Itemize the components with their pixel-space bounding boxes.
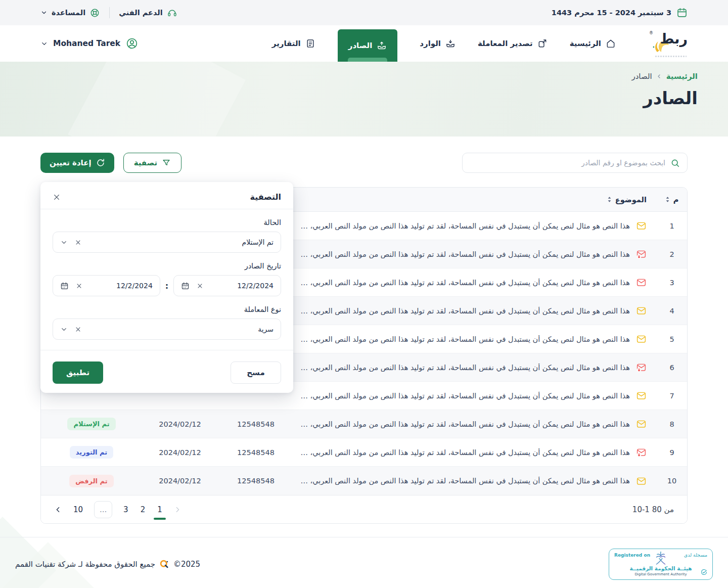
row-subject-cell: هذا النص هو مثال لنص يمكن أن يستبدل في ن… [294, 277, 657, 288]
pagination-page-2[interactable]: 2 [140, 503, 147, 516]
row-subject-cell: هذا النص هو مثال لنص يمكن أن يستبدل في ن… [294, 220, 657, 231]
row-subject-cell: هذا النص هو مثال لنص يمكن أن يستبدل في ن… [294, 476, 657, 486]
page-hero: الرئيسية الصادر الصادر [0, 62, 728, 137]
status-badge: تم التوريد [70, 446, 113, 459]
nav-items: الرئيسية تصدير المعاملة الوارد الصادر [272, 25, 616, 62]
table-row[interactable]: 10 هذا النص هو مثال لنص يمكن أن يستبدل ف… [41, 467, 687, 495]
reset-button-label: إعادة تعيين [50, 158, 92, 167]
lifebuoy-icon [89, 8, 100, 18]
date-filter-label: تاريخ الصادر [53, 262, 281, 270]
row-subject: هذا النص هو مثال لنص يمكن أن يستبدل في ن… [299, 222, 630, 230]
clear-x-icon[interactable] [76, 283, 82, 289]
close-icon[interactable] [53, 193, 61, 201]
row-subject: هذا النص هو مثال لنص يمكن أن يستبدل في ن… [299, 307, 630, 315]
clear-x-icon[interactable] [75, 326, 81, 333]
filter-popup-header: التصفية [53, 192, 281, 209]
date-to-input[interactable]: 12/2/2024 [53, 275, 160, 296]
table-row[interactable]: 8 هذا النص هو مثال لنص يمكن أن يستبدل في… [41, 410, 687, 438]
copyright: جميع الحقوق محفوظة لـ شركة تقنيات القمم … [15, 559, 200, 569]
filter-button[interactable]: تصفية [123, 153, 181, 173]
chevron-down-icon [40, 40, 48, 48]
funnel-icon [162, 158, 171, 167]
row-serial: 12548548 [218, 477, 294, 485]
registered-on-label: Registered on [614, 553, 650, 558]
copyright-text: جميع الحقوق محفوظة لـ شركة تقنيات القمم [15, 560, 155, 569]
row-subject: هذا النص هو مثال لنص يمكن أن يستبدل في ن… [299, 448, 630, 457]
pagination-next-icon[interactable] [173, 506, 181, 514]
status-select-value: تم الإستلام [242, 238, 274, 246]
nav-item-inbox[interactable]: الوارد [420, 25, 456, 62]
brand-logo[interactable]: ربط ® [648, 25, 688, 62]
envelope-yellow-icon [636, 220, 647, 231]
export-document-icon [537, 38, 548, 49]
pagination-page-1-active[interactable]: 1 [156, 503, 163, 516]
reset-button[interactable]: إعادة تعيين [40, 153, 114, 173]
column-header-subject[interactable]: الموضوع [294, 196, 657, 204]
date-from-input[interactable]: 12/2/2024 [173, 275, 281, 296]
sort-icon [607, 196, 612, 203]
table-toolbar: تصفية إعادة تعيين [40, 153, 688, 173]
pagination-bar: 10 ... 3 2 1 10-1 من 80 [41, 495, 687, 523]
chevron-down-icon [60, 326, 68, 333]
filter-actions: مسح تطبيق [53, 350, 281, 384]
breadcrumb-home-link[interactable]: الرئيسية [666, 72, 698, 81]
row-index: 3 [657, 279, 687, 287]
type-select-value: سرية [258, 325, 274, 333]
envelope-red-lock-icon [636, 447, 647, 458]
nav-item-reports[interactable]: التقارير [272, 25, 315, 62]
row-index: 10 [657, 477, 687, 485]
row-subject-cell: هذا النص هو مثال لنص يمكن أن يستبدل في ن… [294, 447, 657, 458]
clear-filters-button[interactable]: مسح [231, 361, 281, 384]
breadcrumb-chevron-icon [656, 73, 662, 79]
check-circle-icon [700, 568, 708, 576]
status-badge: تم الإستلام [67, 418, 115, 430]
dga-emblem-icon [654, 551, 667, 565]
pagination-ellipsis[interactable]: ... [94, 501, 112, 518]
row-date: 2024/02/12 [142, 448, 218, 457]
main-navbar: ربط ® الرئيسية تصدير المعاملة الوارد [0, 25, 728, 62]
nav-item-label: الصادر [348, 41, 373, 50]
date-text: 3 سبتمبر 2024 - 15 محرم 1443 [552, 9, 671, 17]
active-tab-indicator [348, 58, 387, 62]
row-subject-cell: هذا النص هو مثال لنص يمكن أن يستبدل في ن… [294, 419, 657, 429]
clear-x-icon[interactable] [75, 239, 81, 246]
row-subject-cell: هذا النص هو مثال لنص يمكن أن يستبدل في ن… [294, 334, 657, 344]
nav-item-export-transaction[interactable]: تصدير المعاملة [478, 25, 548, 62]
divider [40, 209, 293, 209]
topbar-links: الدعم الفني المساعدة [40, 7, 177, 18]
clear-x-icon[interactable] [197, 283, 203, 289]
row-status-cell: تم الرفض [41, 475, 142, 487]
row-subject: هذا النص هو مثال لنص يمكن أن يستبدل في ن… [299, 420, 630, 428]
nav-item-home[interactable]: الرئيسية [570, 25, 616, 62]
user-menu[interactable]: Mohaned Tarek [40, 25, 139, 62]
table-row[interactable]: 9 هذا النص هو مثال لنص يمكن أن يستبدل في… [41, 438, 687, 467]
dga-name-english: Digital Government Authority [634, 572, 687, 576]
date-from-value: 12/2/2024 [237, 282, 274, 290]
row-date: 2024/02/12 [142, 477, 218, 485]
help-menu[interactable]: المساعدة [40, 8, 100, 18]
pagination-page-10[interactable]: 10 [72, 503, 84, 516]
brand-registered-mark: ® [649, 31, 653, 35]
breadcrumb-current: الصادر [631, 72, 652, 81]
select-icons [60, 239, 81, 246]
status-badge: تم الرفض [69, 475, 113, 487]
column-header-index[interactable]: م [657, 196, 687, 204]
copyright-year: ©2025 [173, 560, 200, 569]
apply-filters-button[interactable]: تطبيق [53, 361, 103, 384]
column-header-label: الموضوع [615, 196, 647, 204]
transaction-type-select[interactable]: سرية [53, 319, 281, 340]
search-input[interactable] [470, 159, 665, 167]
nav-item-outbox-active[interactable]: الصادر [338, 29, 398, 62]
status-select[interactable]: تم الإستلام [53, 232, 281, 253]
inbox-download-icon [445, 38, 456, 49]
topbar-divider [109, 7, 110, 18]
row-subject: هذا النص هو مثال لنص يمكن أن يستبدل في ن… [299, 477, 630, 485]
pagination-prev-icon[interactable] [54, 506, 62, 514]
report-document-icon [305, 38, 315, 49]
envelope-yellow-icon [636, 334, 647, 344]
dga-registered-badge[interactable]: Registered on مسجلة لدى هيئــة الحكومة ا… [609, 549, 713, 580]
row-index: 6 [657, 364, 687, 372]
spacer [53, 340, 281, 350]
technical-support-link[interactable]: الدعم الفني [119, 8, 177, 18]
pagination-page-3[interactable]: 3 [122, 503, 129, 516]
